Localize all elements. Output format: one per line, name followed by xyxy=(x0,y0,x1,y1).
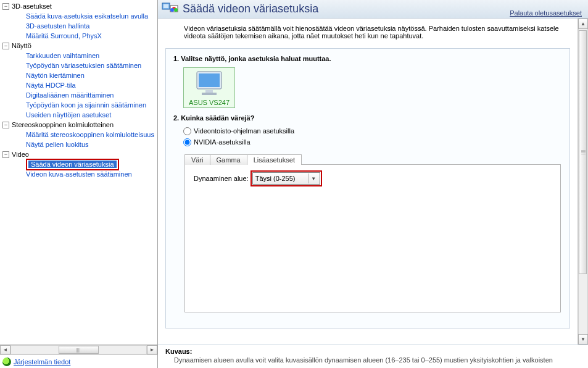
tree-link-item[interactable]: 3D-asetusten hallinta xyxy=(2,21,157,31)
tree-link[interactable]: Tarkkuuden vaihtaminen xyxy=(26,51,99,61)
tree-link-item[interactable]: Näytön kiertäminen xyxy=(2,70,157,80)
footer-text: Dynaamisen alueen avulla voit valita kuv… xyxy=(174,356,581,364)
sidebar-hscroll[interactable]: ◄ ► xyxy=(0,344,157,354)
svg-rect-7 xyxy=(199,73,220,87)
minus-icon[interactable]: − xyxy=(2,122,9,128)
tree-link-item[interactable]: Säädä kuva-asetuksia esikatselun avulla xyxy=(2,11,157,21)
tree-link[interactable]: 3D-asetusten hallinta xyxy=(26,22,89,31)
chevron-down-icon[interactable]: ▼ xyxy=(308,174,318,183)
scroll-vthumb[interactable] xyxy=(579,30,587,274)
tab-label: Gamma xyxy=(217,156,241,164)
color-settings-icon xyxy=(162,2,179,17)
scroll-down-icon[interactable]: ▼ xyxy=(578,334,588,345)
tree-link-item[interactable]: Näytä pelien luokitus xyxy=(2,140,157,149)
nav-tree: − 3D-asetukset Säädä kuva-asetuksia esik… xyxy=(0,0,157,344)
system-info-row: Järjestelmän tiedot xyxy=(0,354,157,368)
tree-group-label: 3D-asetukset xyxy=(12,2,52,11)
tab-gamma[interactable]: Gamma xyxy=(210,154,247,165)
restore-defaults-link[interactable]: Palauta oletusasetukset xyxy=(510,9,582,17)
scroll-vtrack[interactable] xyxy=(578,29,588,334)
tree-link[interactable]: Näytä pelien luokitus xyxy=(26,140,89,149)
tree-link-item[interactable]: Useiden näyttöjen asetukset xyxy=(2,110,157,120)
dynamic-range-dropdown[interactable]: Täysi (0-255) ▼ xyxy=(252,172,320,185)
tree-group-display[interactable]: − Näyttö xyxy=(2,41,157,51)
tree-link-item-selected[interactable]: Säädä videon väriasetuksia xyxy=(2,159,157,169)
main-panel: Säädä videon väriasetuksia Palauta oletu… xyxy=(158,0,588,368)
minus-icon[interactable]: − xyxy=(2,3,9,10)
svg-rect-1 xyxy=(164,4,168,8)
monitor-icon xyxy=(194,70,224,98)
step1-label: 1. Valitse näyttö, jonka asetuksia halua… xyxy=(173,55,562,62)
radio-player-settings[interactable]: Videontoisto-ohjelman asetuksilla xyxy=(183,125,562,136)
scroll-right-icon[interactable]: ► xyxy=(147,345,157,354)
dynamic-range-label: Dynaaminen alue: xyxy=(194,175,249,182)
tree-link-item[interactable]: Määritä stereoskooppinen kolmiulotteisuu… xyxy=(2,130,157,140)
tab-label: Lisäasetukset xyxy=(254,156,295,164)
tree-link[interactable]: Videon kuva-asetusten säätäminen xyxy=(26,170,132,179)
tree-link[interactable]: Näytä HDCP-tila xyxy=(26,81,76,90)
tree-link[interactable]: Määritä stereoskooppinen kolmiulotteisuu… xyxy=(26,130,154,140)
tab-panel-advanced: Dynaaminen alue: Täysi (0-255) ▼ xyxy=(184,164,561,312)
tree-link-item[interactable]: Videon kuva-asetusten säätäminen xyxy=(2,169,157,179)
tree-group-3d[interactable]: − 3D-asetukset xyxy=(2,1,157,11)
svg-point-5 xyxy=(170,8,174,12)
tree-link-item[interactable]: Määritä Surround, PhysX xyxy=(2,31,157,41)
scroll-track[interactable] xyxy=(10,345,147,354)
monitor-name: ASUS VS247 xyxy=(189,99,230,106)
tree-link[interactable]: Useiden näyttöjen asetukset xyxy=(26,111,111,120)
footer-label: Kuvaus: xyxy=(165,348,581,355)
radio-input[interactable] xyxy=(183,138,191,146)
tree-link[interactable]: Työpöydän väriasetuksien säätäminen xyxy=(26,61,141,70)
tree-group-label: Stereoskooppinen kolmiulotteinen xyxy=(12,120,114,130)
tab-label: Väri xyxy=(191,156,204,164)
tab-advanced[interactable]: Lisäasetukset xyxy=(247,154,302,165)
scroll-thumb[interactable] xyxy=(59,346,99,354)
content-area: Videon väriasetuksia säätämällä voit hie… xyxy=(158,19,578,345)
tree-link-item[interactable]: Työpöydän väriasetuksien säätäminen xyxy=(2,61,157,70)
tree-link[interactable]: Työpöydän koon ja sijainnin säätäminen xyxy=(26,101,146,110)
radio-label: NVIDIA-asetuksilla xyxy=(194,138,251,146)
svg-rect-8 xyxy=(205,90,213,93)
svg-rect-9 xyxy=(202,93,217,95)
page-title: Säädä videon väriasetuksia xyxy=(183,2,318,15)
radio-nvidia-settings[interactable]: NVIDIA-asetuksilla xyxy=(183,136,562,148)
minus-icon[interactable]: − xyxy=(2,43,9,49)
tree-group-label: Näyttö xyxy=(12,41,31,51)
page-header: Säädä videon väriasetuksia Palauta oletu… xyxy=(158,0,588,19)
tab-color[interactable]: Väri xyxy=(184,154,210,165)
tree-link-item[interactable]: Näytä HDCP-tila xyxy=(2,80,157,90)
tree-link-item[interactable]: Työpöydän koon ja sijainnin säätäminen xyxy=(2,100,157,110)
scroll-left-icon[interactable]: ◄ xyxy=(0,345,10,354)
tree-link[interactable]: Näytön kiertäminen xyxy=(26,71,85,80)
step2-label: 2. Kuinka säädän värejä? xyxy=(173,114,562,122)
tree-group-stereo[interactable]: − Stereoskooppinen kolmiulotteinen xyxy=(2,120,157,130)
tree-link[interactable]: Säädä kuva-asetuksia esikatselun avulla xyxy=(26,12,148,21)
sidebar: − 3D-asetukset Säädä kuva-asetuksia esik… xyxy=(0,0,158,368)
dropdown-value: Täysi (0-255) xyxy=(255,175,296,182)
tree-group-label: Video xyxy=(12,150,29,159)
system-info-icon xyxy=(2,358,11,366)
radio-input[interactable] xyxy=(183,127,191,135)
system-info-link[interactable]: Järjestelmän tiedot xyxy=(14,358,70,366)
svg-point-4 xyxy=(174,8,178,12)
main-vscroll[interactable]: ▲ ▼ xyxy=(578,19,588,345)
page-description: Videon väriasetuksia säätämällä voit hie… xyxy=(184,25,570,40)
minus-icon[interactable]: − xyxy=(2,151,9,158)
tree-link-item[interactable]: Digitaaliäänen määrittäminen xyxy=(2,90,157,100)
footer-description: Kuvaus: Dynaamisen alueen avulla voit va… xyxy=(158,345,588,368)
tabstrip: Väri Gamma Lisäasetukset xyxy=(184,154,562,165)
scroll-up-icon[interactable]: ▲ xyxy=(578,19,588,29)
monitor-tile[interactable]: ASUS VS247 xyxy=(183,67,235,108)
tree-link[interactable]: Määritä Surround, PhysX xyxy=(26,31,102,41)
radio-label: Videontoisto-ohjelman asetuksilla xyxy=(194,127,294,135)
tree-link[interactable]: Digitaaliäänen määrittäminen xyxy=(26,91,114,100)
tree-link-item[interactable]: Tarkkuuden vaihtaminen xyxy=(2,51,157,61)
settings-frame: 1. Valitse näyttö, jonka asetuksia halua… xyxy=(165,48,570,328)
tree-link-selected[interactable]: Säädä videon väriasetuksia xyxy=(28,161,117,168)
